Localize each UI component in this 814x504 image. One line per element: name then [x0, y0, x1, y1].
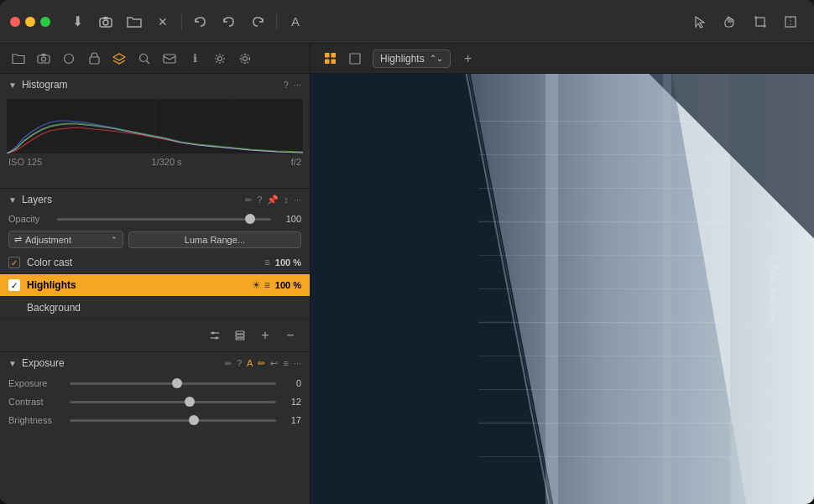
layers-actions: ? 📌 ↕ ···: [257, 195, 301, 205]
exposure-label: Exposure: [8, 378, 63, 388]
layer-checkbox-highlights[interactable]: ✓: [8, 279, 20, 291]
folder-open-icon[interactable]: [121, 8, 148, 35]
close-icon[interactable]: ✕: [149, 8, 176, 35]
layers-edit-icon[interactable]: ✏: [245, 195, 252, 205]
photo-area: © Yann Fauchier: [310, 74, 814, 504]
photo-content: © Yann Fauchier: [310, 74, 814, 504]
adjustment-select[interactable]: ⇌ Adjustment ⌃: [8, 231, 123, 248]
brightness-slider-thumb[interactable]: [189, 415, 199, 425]
circle-tool-icon[interactable]: [57, 47, 81, 70]
search-tool-icon[interactable]: [133, 47, 156, 70]
svg-point-16: [140, 54, 148, 61]
svg-rect-34: [331, 53, 336, 58]
layer-checkbox-colorcast[interactable]: ✓: [8, 257, 20, 268]
cursor-icon[interactable]: [686, 8, 713, 35]
layer-item[interactable]: ✓ Color cast ≡ 100 %: [0, 252, 310, 274]
histogram-header[interactable]: ▼ Histogram ? ···: [0, 74, 310, 96]
hand-icon[interactable]: [717, 8, 744, 35]
layer-pct-highlights: 100 %: [275, 280, 301, 290]
exposure-header[interactable]: ▼ Exposure ✏ ? A ✏ ↩ ≡ ···: [0, 352, 310, 374]
layer-icons-highlights: ☀ ≡: [252, 279, 270, 291]
minimize-button[interactable]: [25, 17, 35, 27]
layer-settings-icon: ≡: [264, 257, 270, 268]
contrast-slider-thumb[interactable]: [185, 397, 195, 407]
mail-tool-icon[interactable]: [158, 47, 181, 70]
luma-range-button[interactable]: Luma Range...: [128, 231, 301, 248]
svg-point-29: [216, 337, 218, 340]
opacity-label: Opacity: [8, 214, 50, 224]
opacity-thumb[interactable]: [245, 214, 255, 224]
layers-more-icon[interactable]: ···: [294, 195, 301, 205]
opacity-slider[interactable]: [57, 218, 271, 221]
exposure-text-icon[interactable]: A: [247, 358, 253, 368]
svg-rect-30: [236, 331, 244, 334]
histogram-shutter: 1/320 s: [152, 157, 182, 167]
download-icon[interactable]: ⬇: [64, 8, 91, 35]
crop-icon[interactable]: [747, 8, 774, 35]
svg-rect-10: [38, 55, 50, 63]
exposure-row-contrast: Contrast 12: [0, 392, 310, 411]
exposure-edit-icon[interactable]: ✏: [225, 359, 232, 368]
transform-icon[interactable]: [777, 8, 804, 35]
svg-rect-2: [103, 17, 108, 19]
layer-item-highlights[interactable]: ✓ Highlights ☀ ≡ 100 %: [0, 274, 310, 297]
lock-tool-icon[interactable]: [82, 47, 106, 70]
maximize-button[interactable]: [40, 17, 50, 27]
brightness-slider[interactable]: [70, 419, 276, 422]
exposure-list-icon[interactable]: ≡: [283, 358, 288, 368]
layer-stack-btn[interactable]: [229, 325, 251, 346]
histogram-more-icon[interactable]: ···: [294, 80, 301, 90]
svg-rect-18: [164, 55, 175, 63]
histogram-info: ISO 125 1/320 s f/2: [7, 153, 303, 170]
contrast-slider[interactable]: [70, 401, 276, 403]
layer-remove-btn[interactable]: −: [279, 325, 301, 346]
camera-tool-icon[interactable]: [32, 47, 55, 70]
settings-tool-icon[interactable]: [208, 47, 232, 70]
undo2-icon[interactable]: [216, 8, 243, 35]
exposure-pencil-icon[interactable]: ✏: [258, 358, 265, 369]
layer-add-btn[interactable]: +: [254, 325, 276, 346]
grid-view-icon[interactable]: [319, 48, 341, 70]
plugins-tool-icon[interactable]: [233, 47, 257, 70]
adjustment-chevron: ⌃: [111, 236, 117, 244]
close-button[interactable]: [10, 17, 20, 27]
exposure-slider[interactable]: [70, 382, 276, 385]
exposure-row-exposure: Exposure 0: [0, 374, 310, 392]
layer-item-background[interactable]: Background: [0, 297, 310, 320]
svg-rect-35: [325, 60, 330, 65]
histogram-actions: ? ···: [284, 80, 301, 90]
exposure-arrow-icon[interactable]: ↩: [270, 358, 278, 369]
redo-icon[interactable]: [244, 8, 271, 35]
svg-line-17: [147, 60, 150, 64]
svg-point-21: [241, 54, 250, 63]
divider: [181, 13, 182, 30]
layers-header[interactable]: ▼ Layers ✏ ? 📌 ↕ ···: [0, 189, 310, 210]
undo-icon[interactable]: [187, 8, 214, 35]
watermark: © Yann Fauchier: [769, 255, 777, 324]
info-tool-icon[interactable]: ℹ: [183, 47, 206, 70]
layers-collapse-arrow: ▼: [8, 195, 17, 205]
svg-point-13: [65, 54, 74, 63]
luma-range-label: Luma Range...: [185, 235, 245, 245]
layers-tool-icon[interactable]: [107, 47, 131, 70]
folder-tool-icon[interactable]: [7, 47, 30, 70]
svg-rect-58: [545, 74, 558, 504]
layers-arrow-icon[interactable]: ↕: [284, 195, 289, 205]
adjustment-row: ⇌ Adjustment ⌃ Luma Range...: [0, 227, 310, 252]
histogram-question-icon[interactable]: ?: [284, 80, 289, 90]
layer-adjust-icon: ≡: [264, 279, 270, 291]
exposure-row-brightness: Brightness 17: [0, 411, 310, 429]
layer-name-background: Background: [27, 302, 301, 314]
exposure-slider-thumb[interactable]: [172, 378, 182, 388]
camera-icon[interactable]: [92, 8, 119, 35]
text-icon[interactable]: A: [282, 8, 309, 35]
exposure-more-icon[interactable]: ···: [294, 358, 301, 368]
layers-question-icon[interactable]: ?: [257, 195, 262, 205]
layer-adjust-btn[interactable]: [204, 325, 226, 346]
exposure-question-icon[interactable]: ?: [237, 358, 242, 368]
single-view-icon[interactable]: [344, 48, 366, 70]
layer-selector[interactable]: Highlights ⌃⌄: [373, 49, 451, 68]
add-layer-icon[interactable]: +: [457, 48, 479, 70]
layer-name-highlights: Highlights: [27, 279, 252, 291]
layers-pin-icon[interactable]: 📌: [267, 195, 279, 205]
